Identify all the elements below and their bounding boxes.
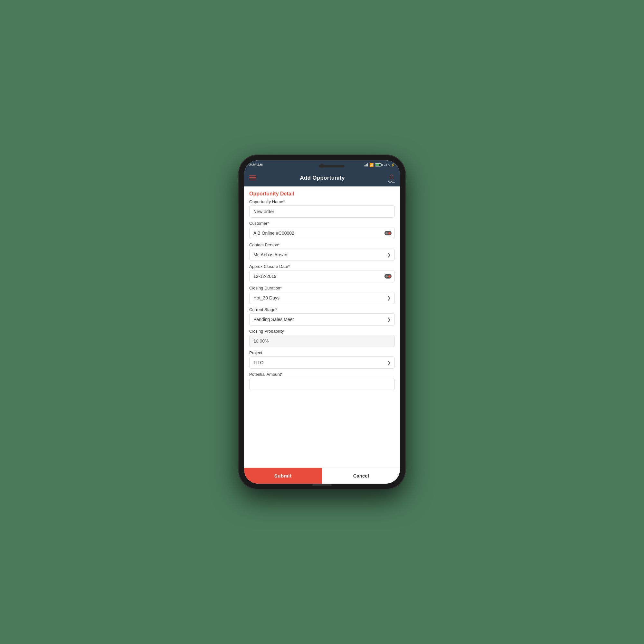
closing-probability-input: [249, 335, 395, 347]
project-select[interactable]: TITO: [249, 356, 395, 369]
contact-person-label: Contact Person*: [249, 242, 395, 247]
home-icon: ⌂: [389, 173, 393, 180]
project-label: Project: [249, 350, 395, 355]
opportunity-name-label: Opportunity Name*: [249, 199, 395, 204]
phone-speaker: [319, 165, 345, 167]
opportunity-name-field: Opportunity Name*: [249, 199, 395, 218]
potential-amount-label: Potential Amount*: [249, 372, 395, 377]
status-time: 2:36 AM: [249, 163, 263, 167]
battery-icon: [375, 163, 383, 166]
closing-duration-select[interactable]: Hot_30 Days: [249, 292, 395, 304]
closing-duration-label: Closing Duration*: [249, 286, 395, 290]
closure-date-field: Approx Closure Date*: [249, 264, 395, 282]
closure-date-input-wrapper: [249, 270, 395, 282]
form-content: Opportunity Detail Opportunity Name* Cus…: [244, 186, 400, 468]
closing-probability-field: Closing Probability: [249, 329, 395, 347]
project-field: Project TITO ❯: [249, 350, 395, 369]
menu-button[interactable]: [249, 175, 256, 181]
app-header: Add Opportunity ⌂ 0001: [244, 169, 400, 186]
section-title: Opportunity Detail: [249, 191, 294, 196]
phone-screen: 2:36 AM 📶 73% ⚡ Add Opp: [244, 160, 400, 484]
opportunity-name-input[interactable]: [249, 205, 395, 218]
contact-person-select[interactable]: Mr. Abbas Ansari: [249, 249, 395, 261]
closure-date-toggle-icon[interactable]: [384, 274, 392, 279]
potential-amount-field: Potential Amount*: [249, 372, 395, 390]
customer-input[interactable]: [249, 227, 395, 239]
footer-buttons: Submit Cancel: [244, 468, 400, 484]
closing-probability-label: Closing Probability: [249, 329, 395, 334]
home-label: 0001: [388, 180, 395, 183]
current-stage-label: Current Stage*: [249, 307, 395, 312]
current-stage-select-wrapper: Pending Sales Meet ❯: [249, 313, 395, 326]
signal-icon: [365, 163, 368, 166]
cancel-button[interactable]: Cancel: [322, 468, 400, 484]
bolt-icon: ⚡: [391, 163, 395, 167]
submit-button[interactable]: Submit: [244, 468, 322, 484]
form-body: Opportunity Name* Customer* Contact Pers…: [244, 199, 400, 390]
customer-toggle-icon[interactable]: [384, 231, 392, 235]
closure-date-input[interactable]: [249, 270, 395, 282]
status-icons: 📶 73% ⚡: [365, 163, 395, 167]
customer-field: Customer*: [249, 221, 395, 239]
current-stage-field: Current Stage* Pending Sales Meet ❯: [249, 307, 395, 326]
battery-percent: 73%: [384, 163, 390, 166]
closure-date-label: Approx Closure Date*: [249, 264, 395, 269]
project-select-wrapper: TITO ❯: [249, 356, 395, 369]
phone-home-button: [312, 484, 332, 486]
contact-person-select-wrapper: Mr. Abbas Ansari ❯: [249, 249, 395, 261]
current-stage-select[interactable]: Pending Sales Meet: [249, 313, 395, 326]
wifi-icon: 📶: [369, 163, 374, 167]
customer-label: Customer*: [249, 221, 395, 226]
section-header: Opportunity Detail: [244, 186, 400, 199]
potential-amount-input[interactable]: [249, 378, 395, 390]
phone-device: 2:36 AM 📶 73% ⚡ Add Opp: [238, 155, 406, 489]
closing-duration-field: Closing Duration* Hot_30 Days ❯: [249, 286, 395, 304]
customer-input-wrapper: [249, 227, 395, 239]
home-button[interactable]: ⌂ 0001: [388, 173, 395, 183]
page-title: Add Opportunity: [300, 175, 345, 181]
closing-duration-select-wrapper: Hot_30 Days ❯: [249, 292, 395, 304]
contact-person-field: Contact Person* Mr. Abbas Ansari ❯: [249, 242, 395, 261]
